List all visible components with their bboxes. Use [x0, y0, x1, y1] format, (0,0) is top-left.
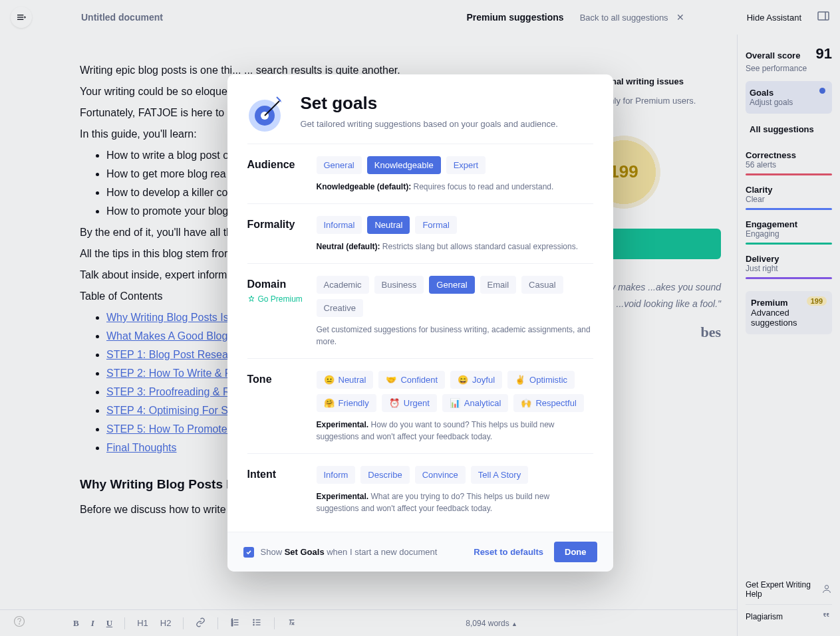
- tone-pill[interactable]: 🤝Confident: [378, 371, 445, 389]
- reset-defaults-button[interactable]: Reset to defaults: [474, 547, 543, 557]
- section-audience: Audience GeneralKnowledgeableExpert Know…: [247, 144, 593, 203]
- tone-pill[interactable]: 📊Analytical: [442, 394, 509, 412]
- tone-pill[interactable]: 🙌Respectful: [513, 394, 583, 412]
- show-goals-label: Show Set Goals when I start a new docume…: [261, 547, 438, 557]
- section-intent: Intent InformDescribeConvinceTell A Stor…: [247, 453, 593, 525]
- modal-backdrop[interactable]: Set goals Get tailored writing suggestio…: [0, 0, 840, 636]
- tone-pill[interactable]: 😄Joyful: [450, 371, 502, 389]
- option-pill[interactable]: Academic: [317, 276, 369, 294]
- option-pill[interactable]: Email: [480, 276, 517, 294]
- option-pill[interactable]: General: [429, 276, 474, 294]
- option-pill[interactable]: Inform: [317, 466, 356, 484]
- done-button[interactable]: Done: [554, 542, 597, 562]
- section-formality: Formality InformalNeutralFormal Neutral …: [247, 203, 593, 263]
- option-pill[interactable]: Describe: [360, 466, 409, 484]
- modal-title: Set goals: [301, 93, 558, 114]
- tone-pill[interactable]: ✌️Optimistic: [507, 371, 575, 389]
- set-goals-modal: Set goals Get tailored writing suggestio…: [227, 74, 613, 572]
- option-pill[interactable]: Formal: [415, 216, 456, 234]
- option-pill[interactable]: Creative: [317, 299, 363, 317]
- show-goals-checkbox[interactable]: [243, 547, 254, 558]
- modal-footer: Show Set Goals when I start a new docume…: [227, 532, 613, 572]
- tone-pill[interactable]: 🤗Friendly: [317, 394, 376, 412]
- section-domain: Domain Go Premium AcademicBusinessGenera…: [247, 263, 593, 358]
- option-pill[interactable]: Knowledgeable: [367, 156, 441, 174]
- section-tone: Tone 😐Neutral🤝Confident😄Joyful✌️Optimist…: [247, 358, 593, 453]
- option-pill[interactable]: Expert: [446, 156, 486, 174]
- target-icon: [247, 93, 287, 133]
- tone-pill[interactable]: 😐Neutral: [317, 371, 374, 389]
- option-pill[interactable]: Tell A Story: [471, 466, 528, 484]
- modal-subtitle: Get tailored writing suggestions based o…: [301, 119, 558, 129]
- option-pill[interactable]: Informal: [317, 216, 362, 234]
- option-pill[interactable]: Casual: [521, 276, 563, 294]
- go-premium-link[interactable]: Go Premium: [247, 294, 307, 304]
- option-pill[interactable]: Convince: [415, 466, 466, 484]
- option-pill[interactable]: Neutral: [367, 216, 410, 234]
- option-pill[interactable]: Business: [374, 276, 424, 294]
- tone-pill[interactable]: ⏰Urgent: [382, 394, 437, 412]
- option-pill[interactable]: General: [317, 156, 362, 174]
